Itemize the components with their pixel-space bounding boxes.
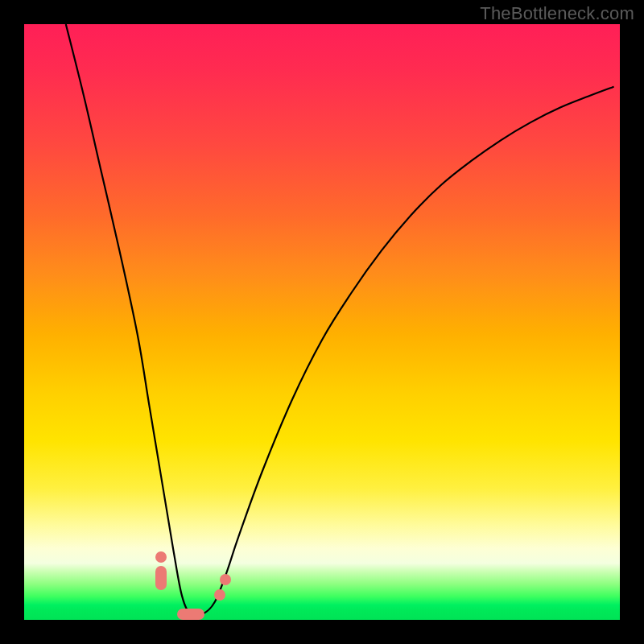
- data-marker: [214, 589, 225, 601]
- data-marker: [177, 609, 204, 620]
- watermark-text: TheBottleneck.com: [480, 3, 634, 24]
- plot-area: [24, 24, 620, 620]
- data-marker: [155, 566, 167, 590]
- bottleneck-curve: [66, 24, 614, 616]
- curve-svg: [24, 24, 620, 620]
- chart-canvas: TheBottleneck.com: [0, 0, 644, 644]
- data-marker: [220, 574, 231, 585]
